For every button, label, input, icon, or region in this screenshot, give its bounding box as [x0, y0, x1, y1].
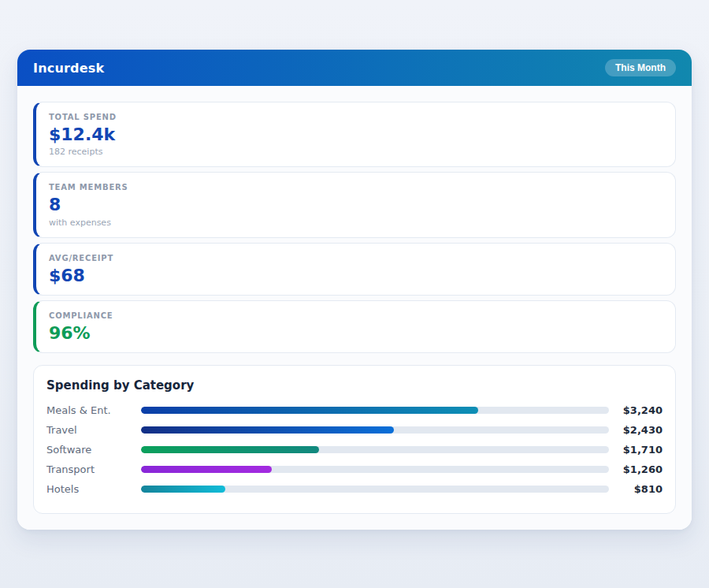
category-value: $3,240	[609, 404, 663, 416]
bar-track	[141, 486, 609, 493]
category-label: Transport	[46, 463, 141, 475]
stat-label: AVG/RECEIPT	[49, 254, 663, 262]
stat-sub: 182 receipts	[49, 147, 663, 157]
category-value: $810	[609, 483, 663, 495]
stat-value: $68	[49, 266, 663, 285]
category-value: $2,430	[609, 424, 663, 436]
chart-row-meals: Meals & Ent. $3,240	[46, 400, 663, 420]
bar-track	[141, 407, 609, 414]
stat-label: TOTAL SPEND	[49, 113, 663, 121]
category-label: Software	[46, 444, 141, 456]
category-label: Meals & Ent.	[46, 404, 141, 416]
chart-row-software: Software $1,710	[46, 440, 663, 460]
stat-value: 8	[49, 195, 663, 214]
category-value: $1,260	[609, 463, 663, 475]
category-label: Hotels	[46, 483, 141, 495]
chart-row-travel: Travel $2,430	[46, 420, 663, 440]
bar-track	[141, 466, 609, 473]
panel-body: TOTAL SPEND $12.4k 182 receipts TEAM MEM…	[17, 86, 692, 530]
chart-row-hotels: Hotels $810	[46, 479, 663, 499]
dashboard-panel: Incurdesk This Month TOTAL SPEND $12.4k …	[17, 50, 692, 530]
stat-label: COMPLIANCE	[49, 311, 663, 320]
stat-value: $12.4k	[49, 125, 663, 144]
stat-card-total-spend: TOTAL SPEND $12.4k 182 receipts	[33, 102, 676, 167]
stat-card-team-members: TEAM MEMBERS 8 with expenses	[33, 172, 676, 237]
bar-fill	[141, 446, 319, 453]
period-badge[interactable]: This Month	[605, 59, 676, 76]
chart-title: Spending by Category	[46, 378, 663, 393]
chart-row-transport: Transport $1,260	[46, 460, 663, 479]
stat-value: 96%	[49, 323, 663, 343]
stat-card-avg-receipt: AVG/RECEIPT $68	[33, 243, 676, 296]
app-title: Incurdesk	[33, 61, 104, 76]
bar-fill	[141, 466, 272, 473]
bar-track	[141, 446, 609, 453]
bar-track	[141, 426, 609, 434]
stat-label: TEAM MEMBERS	[49, 183, 663, 192]
stat-card-compliance: COMPLIANCE 96%	[33, 300, 676, 353]
bar-fill	[141, 426, 394, 434]
stat-sub: with expenses	[49, 218, 663, 228]
spending-by-category-card: Spending by Category Meals & Ent. $3,240…	[33, 365, 676, 514]
panel-header: Incurdesk This Month	[17, 50, 692, 86]
bar-fill	[141, 486, 225, 493]
category-label: Travel	[46, 424, 141, 436]
bar-fill	[141, 407, 478, 414]
category-value: $1,710	[609, 444, 663, 456]
